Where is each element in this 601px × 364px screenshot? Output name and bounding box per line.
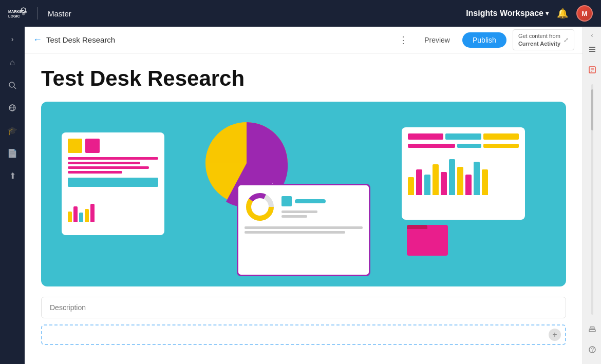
hero-bottom-card [237,184,370,276]
workspace-selector[interactable]: Insights Workspace ▾ [466,9,549,18]
sidebar-item-globe[interactable] [3,99,22,117]
add-section-button[interactable]: + [549,329,561,341]
right-sidebar-stack-icon[interactable] [585,322,599,336]
document-title: Test Desk Research [46,35,395,44]
sidebar-toggle-button[interactable]: › [4,31,21,47]
more-options-button[interactable]: ⋮ [395,32,412,48]
dashed-add-section: + [41,324,566,345]
header-actions: ⋮ Preview Publish Get content fromCurren… [395,29,574,50]
back-button[interactable]: ← [33,34,42,45]
sidebar-item-documents[interactable]: 📄 [3,144,22,162]
svg-point-4 [22,12,25,15]
right-sidebar-collapse-button[interactable]: ‹ [591,32,593,39]
left-sidebar: › ⌂ 🎓 📄 ⬆ [0,27,25,364]
workspace-label: Insights Workspace [466,9,543,18]
hero-folder [407,225,448,256]
avatar-initials: M [582,10,588,17]
hero-image [41,102,566,286]
hero-left-card [62,132,164,235]
svg-line-6 [14,87,16,89]
hero-left-lines [68,157,158,174]
secondary-header: ← Test Desk Research ⋮ Preview Publish G… [25,27,583,53]
scrollbar-thumb [591,89,593,130]
right-sidebar-help-icon[interactable]: ? [585,342,599,357]
notification-bell-icon[interactable]: 🔔 [557,8,568,19]
right-sidebar-report-icon[interactable] [585,63,599,77]
current-activity-label: Get content fromCurrent Activity [518,32,560,47]
nav-divider [37,7,37,20]
description-input[interactable] [41,297,566,318]
current-activity-button[interactable]: Get content fromCurrent Activity ⤢ [513,29,574,50]
logo[interactable]: MARKET LOGIC Master [8,6,71,21]
sidebar-item-upload[interactable]: ⬆ [3,166,22,185]
svg-text:?: ? [591,347,594,353]
hero-left-bars [68,191,158,222]
preview-button[interactable]: Preview [418,33,456,47]
svg-rect-19 [590,327,594,328]
svg-rect-17 [589,330,595,332]
scrollbar-track[interactable] [591,84,593,315]
main-content: Test Desk Research [25,53,583,364]
svg-point-5 [9,82,14,87]
svg-rect-11 [589,49,595,50]
top-navigation: MARKET LOGIC Master Insights Workspace ▾… [0,0,601,27]
expand-icon: ⤢ [564,36,569,44]
hero-right-card [402,127,525,220]
right-sidebar-list-icon[interactable] [585,42,599,56]
svg-text:LOGIC: LOGIC [8,14,20,18]
hero-right-bars [408,154,519,195]
publish-button[interactable]: Publish [462,32,506,48]
avatar[interactable]: M [576,5,593,22]
right-sidebar: ‹ ? [583,27,601,364]
svg-rect-12 [589,51,595,52]
svg-rect-10 [589,47,595,48]
nav-master-label: Master [48,9,71,18]
sidebar-item-search[interactable] [3,76,22,94]
workspace-chevron-icon: ▾ [546,10,549,17]
sidebar-item-learn[interactable]: 🎓 [3,121,22,140]
page-title: Test Desk Research [41,66,566,91]
sidebar-item-home[interactable]: ⌂ [3,53,22,72]
